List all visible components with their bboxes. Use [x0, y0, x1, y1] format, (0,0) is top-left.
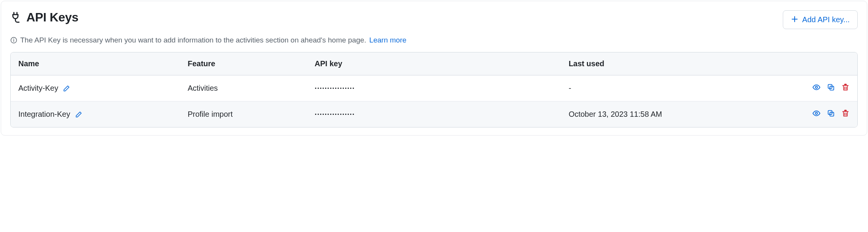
key-last-used: October 13, 2023 11:58 AM: [561, 101, 772, 127]
key-name: Activity-Key: [18, 84, 58, 93]
api-keys-table-wrap: Name Feature API key Last used Activity-…: [10, 52, 858, 127]
edit-icon[interactable]: [63, 85, 70, 92]
key-masked: ················: [307, 101, 561, 127]
col-header-api-key: API key: [307, 52, 561, 75]
panel-header: API Keys Add API key...: [10, 10, 858, 29]
reveal-icon[interactable]: [812, 83, 821, 91]
key-feature: Profile import: [180, 101, 307, 127]
svg-point-2: [13, 38, 14, 39]
col-header-last-used: Last used: [561, 52, 772, 75]
api-keys-table: Name Feature API key Last used Activity-…: [11, 52, 857, 127]
col-header-feature: Feature: [180, 52, 307, 75]
info-text: The API Key is necessary when you want t…: [20, 36, 366, 44]
page-title: API Keys: [26, 10, 78, 25]
key-masked: ················: [307, 75, 561, 101]
table-row: Integration-Key Profile import ·········…: [11, 101, 857, 127]
table-row: Activity-Key Activities ················…: [11, 75, 857, 101]
info-icon: [10, 37, 17, 44]
plus-icon: [791, 15, 798, 24]
col-header-actions: [772, 52, 857, 75]
learn-more-link[interactable]: Learn more: [369, 36, 406, 44]
reveal-icon[interactable]: [812, 109, 821, 118]
key-name: Integration-Key: [18, 110, 70, 119]
info-row: The API Key is necessary when you want t…: [10, 36, 858, 44]
title-wrap: API Keys: [10, 10, 78, 25]
svg-point-3: [815, 86, 818, 88]
delete-icon[interactable]: [841, 83, 850, 91]
copy-icon[interactable]: [827, 83, 835, 91]
svg-point-6: [815, 112, 818, 114]
delete-icon[interactable]: [841, 109, 850, 118]
col-header-name: Name: [11, 52, 180, 75]
copy-icon[interactable]: [827, 109, 835, 118]
edit-icon[interactable]: [75, 111, 83, 118]
add-api-key-label: Add API key...: [802, 15, 850, 24]
api-keys-panel: API Keys Add API key... The API Key is n…: [1, 1, 867, 136]
key-last-used: -: [561, 75, 772, 101]
add-api-key-button[interactable]: Add API key...: [783, 10, 858, 29]
key-feature: Activities: [180, 75, 307, 101]
plug-icon: [10, 11, 23, 24]
